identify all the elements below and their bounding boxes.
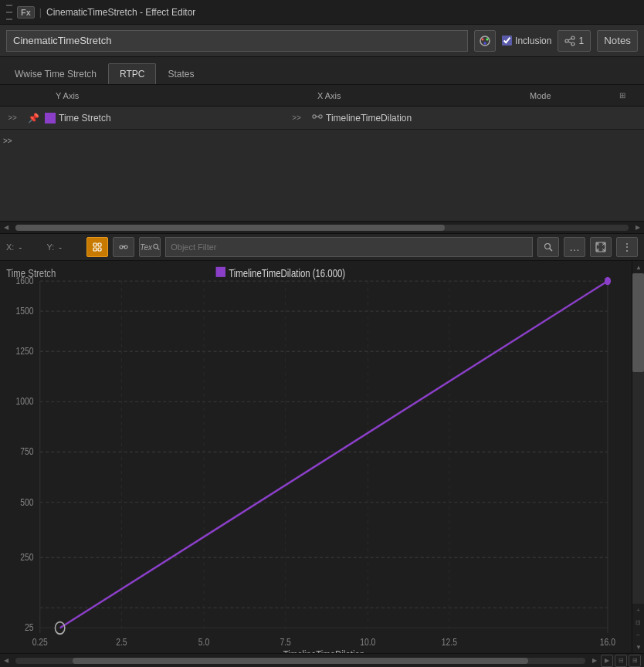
inclusion-checkbox[interactable] [502,36,512,46]
graph-body: Time Stretch [0,261,644,653]
fx-badge: Fx [17,6,35,19]
rtpc-h-scrollbar[interactable]: ◀ ▶ [0,221,644,233]
header-bar: Inclusion 1 Notes [0,25,644,57]
scroll-up-arrow[interactable]: ▲ [632,261,644,273]
expand-all-icon[interactable]: ⊞ [619,91,641,100]
col-mode: Mode [527,91,619,100]
svg-text:10.0: 10.0 [360,635,376,646]
zoom-in-btn[interactable]: + [632,604,644,616]
scroll-right-icon[interactable]: ▶ [632,222,644,234]
svg-point-2 [486,38,489,40]
svg-text:16.0: 16.0 [600,635,616,646]
svg-point-6 [571,42,575,46]
svg-text:2.5: 2.5 [116,635,127,646]
tab-bar: Wwise Time Stretch RTPC States [0,57,644,85]
col-y-axis: Y Axis [53,91,265,100]
tab-rtpc[interactable]: RTPC [108,63,156,84]
svg-rect-13 [98,243,101,246]
svg-point-20 [545,244,551,249]
drag-handle[interactable] [6,5,12,20]
graph-canvas: Time Stretch [0,261,632,653]
h-scroll-right-icon[interactable]: ▶ [588,655,601,667]
svg-line-21 [550,249,553,252]
svg-rect-23 [0,261,632,653]
bottom-toolbar: X: - Y: - Tex [0,233,644,261]
svg-text:12.5: 12.5 [442,635,458,646]
svg-text:5.0: 5.0 [198,635,210,646]
svg-line-19 [158,248,159,249]
x-coord-value: - [19,242,42,252]
svg-text:TimelineTimeDilation (16.000): TimelineTimeDilation (16.000) [229,267,345,280]
svg-rect-12 [93,243,97,246]
svg-point-59 [605,277,611,285]
end-button[interactable]: ⊞ [629,655,641,667]
fit-view-button[interactable] [590,237,612,257]
x-coord-label: X: [6,242,14,252]
inclusion-section: Inclusion [502,36,551,46]
svg-rect-15 [98,248,101,251]
svg-line-7 [568,39,571,40]
svg-text:1250: 1250 [15,345,33,356]
svg-text:25: 25 [25,621,34,632]
graph-h-scrollbar[interactable]: ◀ ▶ ▶ ⊟ ⊞ [0,653,644,667]
icon-button-palette[interactable] [474,30,496,52]
row-color-swatch[interactable] [45,113,56,124]
svg-point-1 [482,38,484,40]
scroll-left-icon[interactable]: ◀ [0,222,12,234]
svg-text:1600: 1600 [15,275,33,286]
share-button[interactable]: 1 [558,30,591,52]
tex-search-button[interactable]: Tex [139,237,161,257]
play-button[interactable]: ▶ [601,655,613,667]
row-x-icon [309,111,326,124]
scroll-thumb[interactable] [632,273,644,372]
search-icon-button[interactable] [537,237,559,257]
link-tool-button[interactable] [113,237,134,257]
row-y-name: Time Stretch [59,113,284,124]
more-menu-button[interactable]: ⋮ [616,237,638,257]
svg-text:250: 250 [20,551,34,562]
row-pin-icon[interactable]: 📌 [25,113,42,124]
bottom-scroll-thumb[interactable] [73,658,528,664]
h-scroll-track[interactable] [15,225,629,231]
svg-text:750: 750 [20,445,34,456]
object-filter-input[interactable] [165,237,533,257]
title-bar: Fx | CinematicTimeStretch - Effect Edito… [0,0,644,25]
svg-rect-60 [216,267,225,277]
scroll-track[interactable] [632,273,644,604]
rtpc-empty-space [0,151,644,221]
more-options-button[interactable]: … [564,237,585,257]
h-scroll-left-icon[interactable]: ◀ [0,655,12,667]
row-expand-button[interactable]: >> [0,113,25,122]
y-coord-value: - [59,242,82,252]
svg-rect-11 [319,115,322,118]
svg-rect-9 [313,115,316,118]
rtpc-area: Y Axis X Axis Mode ⊞ >> 📌 Time Stretch >… [0,85,644,233]
tex-label: Tex [140,243,152,252]
h-scroll-thumb[interactable] [15,225,445,231]
window-title: CinematicTimeStretch - Effect Editor [46,7,195,18]
tab-states[interactable]: States [156,63,205,84]
row-x-expand-button[interactable]: >> [284,113,309,122]
svg-point-4 [565,39,568,42]
scroll-down-arrow[interactable]: ▼ [632,641,644,653]
svg-text:TimelineTimeDilation: TimelineTimeDilation [283,648,364,653]
cursor-tool-button[interactable] [86,237,108,257]
graph-v-scrollbar[interactable]: ▲ + ⊡ − ▼ [632,261,644,653]
svg-text:500: 500 [20,496,34,506]
bottom-scroll-track[interactable] [15,658,585,664]
col-x-axis: X Axis [314,91,527,100]
frame-button[interactable]: ⊟ [615,655,627,667]
effect-name-input[interactable] [6,30,468,52]
notes-button[interactable]: Notes [597,30,638,52]
zoom-out-btn[interactable]: − [632,628,644,641]
graph-section: X: - Y: - Tex [0,233,644,667]
pipe-separator: | [39,7,42,18]
svg-text:7.5: 7.5 [280,635,291,646]
share-count: 1 [578,36,584,46]
add-row-button[interactable]: >> [3,137,12,145]
column-headers: Y Axis X Axis Mode ⊞ [0,85,644,107]
y-coord-label: Y: [46,242,54,252]
fit-btn[interactable]: ⊡ [632,616,644,628]
svg-text:1000: 1000 [15,395,33,406]
tab-wwise[interactable]: Wwise Time Stretch [3,63,108,84]
